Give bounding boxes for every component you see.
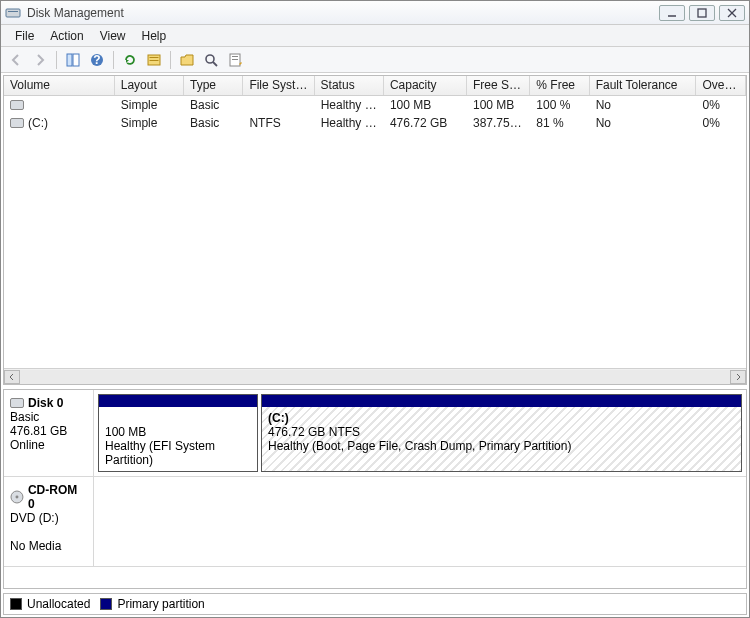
legend: Unallocated Primary partition — [3, 593, 747, 615]
part-size: 476.72 GB NTFS — [268, 425, 735, 439]
vol-name: (C:) — [28, 116, 48, 130]
disk-title: CD-ROM 0 — [28, 483, 87, 511]
disk-kind: DVD (D:) — [10, 511, 87, 525]
disk-header[interactable]: CD-ROM 0 DVD (D:) No Media — [4, 477, 94, 566]
volume-row[interactable]: Simple Basic Healthy (E... 100 MB 100 MB… — [4, 96, 746, 114]
properties-icon[interactable] — [224, 49, 246, 71]
disk-row[interactable]: Disk 0 Basic 476.81 GB Online 100 MB Hea… — [4, 390, 746, 477]
legend-unallocated: Unallocated — [10, 597, 90, 611]
disk-header[interactable]: Disk 0 Basic 476.81 GB Online — [4, 390, 94, 476]
partition-c[interactable]: (C:) 476.72 GB NTFS Healthy (Boot, Page … — [261, 394, 742, 472]
forward-icon — [29, 49, 51, 71]
disk-icon — [10, 398, 24, 408]
part-name: (C:) — [268, 411, 289, 425]
toolbar-sep — [170, 51, 171, 69]
svg-rect-7 — [73, 54, 79, 66]
help-icon[interactable]: ? — [86, 49, 108, 71]
rescan-icon[interactable] — [143, 49, 165, 71]
svg-rect-1 — [8, 11, 18, 12]
menu-help[interactable]: Help — [134, 27, 175, 45]
col-free[interactable]: Free Spa... — [467, 76, 530, 95]
svg-point-13 — [206, 55, 214, 63]
vol-capacity: 100 MB — [384, 97, 467, 113]
col-overhead[interactable]: Overhe — [696, 76, 746, 95]
volume-headers: Volume Layout Type File System Status Ca… — [4, 76, 746, 96]
scroll-right-icon[interactable] — [730, 370, 746, 384]
vol-type: Basic — [184, 97, 243, 113]
part-status: Healthy (EFI System Partition) — [105, 439, 251, 467]
col-fault[interactable]: Fault Tolerance — [590, 76, 697, 95]
vol-status: Healthy (E... — [315, 97, 384, 113]
col-type[interactable]: Type — [184, 76, 243, 95]
vol-capacity: 476.72 GB — [384, 115, 467, 131]
vol-pct: 100 % — [530, 97, 589, 113]
disk-kind: Basic — [10, 410, 87, 424]
menu-bar: File Action View Help — [1, 25, 749, 47]
toolbar-sep — [113, 51, 114, 69]
disk-title: Disk 0 — [28, 396, 63, 410]
col-capacity[interactable]: Capacity — [384, 76, 467, 95]
menu-view[interactable]: View — [92, 27, 134, 45]
disk-state: No Media — [10, 539, 87, 553]
volume-list: Volume Layout Type File System Status Ca… — [3, 75, 747, 385]
vol-layout: Simple — [115, 97, 184, 113]
open-icon[interactable] — [176, 49, 198, 71]
show-hide-tree-icon[interactable] — [62, 49, 84, 71]
vol-status: Healthy (B... — [315, 115, 384, 131]
scroll-left-icon[interactable] — [4, 370, 20, 384]
close-button[interactable] — [719, 5, 745, 21]
volume-body: Simple Basic Healthy (E... 100 MB 100 MB… — [4, 96, 746, 368]
svg-rect-12 — [150, 60, 159, 61]
svg-rect-6 — [67, 54, 72, 66]
svg-line-14 — [213, 62, 217, 66]
partition-stripe — [99, 395, 257, 407]
svg-rect-16 — [232, 56, 238, 57]
svg-point-19 — [15, 496, 18, 499]
maximize-button[interactable] — [689, 5, 715, 21]
drive-icon — [10, 118, 24, 128]
hscrollbar[interactable] — [4, 368, 746, 384]
vol-free: 100 MB — [467, 97, 530, 113]
vol-oh: 0% — [696, 97, 746, 113]
partition-stripe — [262, 395, 741, 407]
window-title: Disk Management — [27, 6, 655, 20]
disk-state: Online — [10, 438, 87, 452]
partition-efi[interactable]: 100 MB Healthy (EFI System Partition) — [98, 394, 258, 472]
col-filesystem[interactable]: File System — [243, 76, 314, 95]
volume-row[interactable]: (C:) Simple Basic NTFS Healthy (B... 476… — [4, 114, 746, 132]
svg-rect-11 — [150, 57, 159, 58]
legend-primary: Primary partition — [100, 597, 204, 611]
vol-pct: 81 % — [530, 115, 589, 131]
col-layout[interactable]: Layout — [115, 76, 184, 95]
cdrom-icon — [10, 490, 24, 504]
vol-type: Basic — [184, 115, 243, 131]
vol-ft: No — [590, 97, 697, 113]
part-size: 100 MB — [105, 425, 251, 439]
col-pctfree[interactable]: % Free — [530, 76, 589, 95]
toolbar-sep — [56, 51, 57, 69]
menu-action[interactable]: Action — [42, 27, 91, 45]
svg-text:?: ? — [93, 53, 100, 67]
col-volume[interactable]: Volume — [4, 76, 115, 95]
svg-rect-17 — [232, 59, 238, 60]
vol-layout: Simple — [115, 115, 184, 131]
refresh-icon[interactable] — [119, 49, 141, 71]
col-status[interactable]: Status — [315, 76, 384, 95]
graphical-pane: Disk 0 Basic 476.81 GB Online 100 MB Hea… — [3, 389, 747, 589]
disk-size: 476.81 GB — [10, 424, 87, 438]
swatch-primary — [100, 598, 112, 610]
disk-row[interactable]: CD-ROM 0 DVD (D:) No Media — [4, 477, 746, 567]
vol-fs — [243, 104, 314, 106]
toolbar: ? — [1, 47, 749, 73]
vol-ft: No — [590, 115, 697, 131]
drive-icon — [10, 100, 24, 110]
app-icon — [5, 5, 21, 21]
scroll-track[interactable] — [20, 370, 730, 384]
svg-rect-0 — [6, 9, 20, 17]
title-bar: Disk Management — [1, 1, 749, 25]
menu-file[interactable]: File — [7, 27, 42, 45]
search-icon[interactable] — [200, 49, 222, 71]
back-icon — [5, 49, 27, 71]
vol-fs: NTFS — [243, 115, 314, 131]
minimize-button[interactable] — [659, 5, 685, 21]
